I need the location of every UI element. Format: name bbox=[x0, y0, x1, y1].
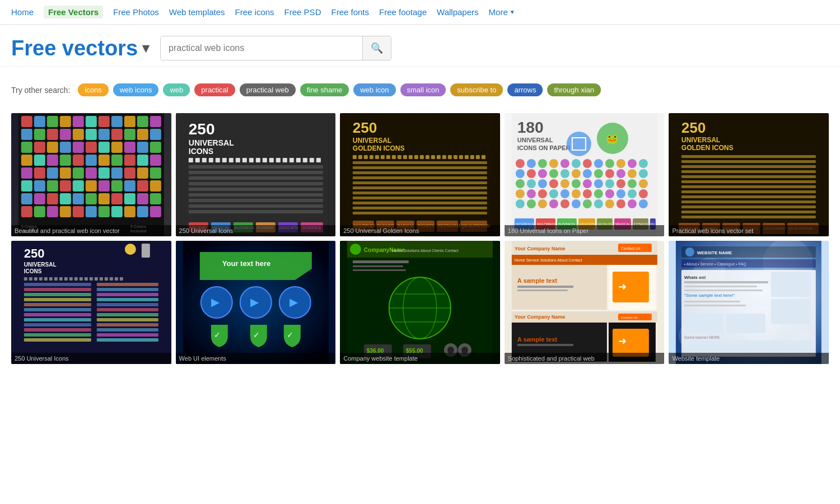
grid-item-4[interactable]: 180 UNIVERSAL ICONS ON PAPER 🐸 bbox=[505, 113, 665, 236]
grid-item-2[interactable]: 250 UNIVERSAL ICONS bbox=[176, 113, 336, 236]
svg-rect-308 bbox=[24, 277, 27, 281]
svg-rect-349 bbox=[97, 328, 158, 332]
svg-rect-312 bbox=[44, 277, 48, 281]
svg-text:ICONS: ICONS bbox=[24, 268, 42, 274]
tag-practical-web[interactable]: practical web bbox=[240, 83, 296, 96]
grid-item-10[interactable]: WEBSITE NAME • About • Service • Catalog… bbox=[669, 241, 829, 364]
svg-point-203 bbox=[583, 159, 592, 168]
grid-item-6[interactable]: 250 UNIVERSAL ICONS bbox=[11, 241, 171, 364]
tag-icons[interactable]: icons bbox=[78, 83, 108, 96]
svg-rect-62 bbox=[99, 180, 110, 192]
svg-rect-8 bbox=[111, 116, 123, 127]
tag-subscribe-to[interactable]: subscribe to bbox=[450, 83, 503, 96]
svg-rect-85 bbox=[111, 206, 123, 217]
grid-item-3[interactable]: 250 UNIVERSAL GOLDEN ICONS bbox=[340, 113, 500, 236]
svg-rect-334 bbox=[24, 313, 91, 316]
svg-rect-430 bbox=[726, 314, 766, 333]
svg-point-212 bbox=[549, 169, 558, 178]
svg-rect-375 bbox=[353, 269, 406, 271]
tag-arrows[interactable]: arrows bbox=[507, 83, 543, 96]
grid-item-5[interactable]: 250 UNIVERSAL GOLDEN ICONS bbox=[669, 113, 829, 236]
svg-rect-172 bbox=[353, 192, 487, 194]
svg-rect-44 bbox=[150, 155, 161, 166]
svg-rect-174 bbox=[353, 202, 487, 204]
tag-practical[interactable]: practical bbox=[194, 83, 235, 96]
svg-rect-336 bbox=[24, 323, 91, 326]
svg-rect-168 bbox=[353, 171, 487, 174]
svg-rect-7 bbox=[99, 116, 110, 127]
svg-rect-314 bbox=[54, 277, 58, 281]
suggestions-label: Try other search: bbox=[11, 86, 70, 95]
svg-rect-340 bbox=[97, 283, 158, 286]
svg-rect-351 bbox=[97, 338, 158, 342]
svg-rect-150 bbox=[398, 155, 402, 159]
title-dropdown-arrow[interactable]: ▾ bbox=[142, 40, 149, 56]
svg-rect-86 bbox=[124, 206, 136, 217]
tag-web[interactable]: web bbox=[163, 83, 190, 96]
nav-free-icons[interactable]: Free icons bbox=[235, 7, 274, 17]
grid-item-1[interactable]: 5 Colors Included 5 Colors Included Beau… bbox=[11, 113, 171, 236]
svg-point-220 bbox=[639, 169, 648, 178]
svg-point-204 bbox=[594, 159, 603, 168]
svg-rect-319 bbox=[80, 277, 83, 281]
grid-item-7[interactable]: Your text here ▶ ▶ ▶ ✓ ✓ ✓ Web UI elemen… bbox=[176, 241, 336, 364]
suggestions-section: Try other search: icons web icons web pr… bbox=[0, 67, 840, 102]
svg-rect-19 bbox=[111, 129, 123, 140]
svg-rect-279 bbox=[682, 165, 816, 168]
svg-rect-342 bbox=[97, 293, 158, 296]
svg-rect-20 bbox=[124, 129, 136, 140]
svg-rect-122 bbox=[188, 193, 323, 197]
search-input[interactable] bbox=[161, 36, 362, 60]
svg-point-222 bbox=[527, 179, 536, 188]
svg-rect-331 bbox=[24, 298, 91, 301]
svg-rect-148 bbox=[386, 155, 390, 159]
svg-rect-162 bbox=[465, 155, 469, 159]
svg-rect-68 bbox=[34, 193, 45, 204]
svg-rect-34 bbox=[21, 155, 32, 166]
tag-through-xian[interactable]: through xian bbox=[547, 83, 601, 96]
svg-rect-107 bbox=[255, 158, 260, 162]
svg-rect-425 bbox=[684, 301, 740, 302]
tag-small-icon[interactable]: small icon bbox=[400, 83, 446, 96]
nav-wallpapers[interactable]: Wallpapers bbox=[437, 7, 478, 17]
tag-web-icons[interactable]: web icons bbox=[113, 83, 159, 96]
nav-free-photos[interactable]: Free Photos bbox=[113, 7, 159, 17]
svg-rect-317 bbox=[69, 277, 73, 281]
svg-text:250: 250 bbox=[24, 246, 45, 260]
svg-rect-72 bbox=[86, 193, 97, 204]
svg-rect-167 bbox=[353, 166, 487, 169]
nav-free-vectors[interactable]: Free Vectors bbox=[44, 6, 103, 18]
svg-rect-39 bbox=[86, 155, 97, 166]
nav-free-fonts[interactable]: Free fonts bbox=[331, 7, 369, 17]
svg-rect-311 bbox=[39, 277, 43, 281]
svg-rect-324 bbox=[105, 277, 108, 281]
tag-web-icon[interactable]: web icon bbox=[353, 83, 395, 96]
svg-point-202 bbox=[572, 159, 581, 168]
grid-item-8[interactable]: CompanyName Home Solutions About Clients… bbox=[340, 241, 500, 364]
svg-text:WEBSITE NAME: WEBSITE NAME bbox=[697, 250, 732, 255]
nav-home[interactable]: Home bbox=[11, 7, 34, 17]
svg-point-230 bbox=[617, 179, 626, 188]
svg-rect-175 bbox=[353, 207, 487, 209]
svg-text:UNIVERSAL: UNIVERSAL bbox=[682, 136, 720, 144]
svg-rect-13 bbox=[34, 129, 45, 140]
svg-rect-2 bbox=[34, 116, 45, 127]
svg-rect-426 bbox=[684, 305, 746, 306]
grid-item-9[interactable]: Your Company Name Contact Us Home Servic… bbox=[505, 241, 665, 364]
svg-rect-155 bbox=[426, 155, 430, 159]
svg-point-250 bbox=[572, 199, 581, 208]
svg-text:Your text here: Your text here bbox=[222, 259, 270, 268]
nav-free-psd[interactable]: Free PSD bbox=[284, 7, 321, 17]
top-navigation: Home Free Vectors Free Photos Web templa… bbox=[0, 0, 840, 25]
svg-rect-146 bbox=[375, 155, 379, 159]
svg-text:Home  Solutions  About  Client: Home Solutions About Clients Contact bbox=[392, 249, 459, 253]
nav-web-templates[interactable]: Web templates bbox=[169, 7, 225, 17]
nav-more-button[interactable]: More ▼ bbox=[489, 7, 515, 17]
search-bar: 🔍 bbox=[160, 36, 391, 60]
search-button[interactable]: 🔍 bbox=[362, 36, 391, 60]
tag-fine-shame[interactable]: fine shame bbox=[300, 83, 349, 96]
svg-rect-145 bbox=[370, 155, 374, 159]
svg-rect-124 bbox=[188, 204, 323, 208]
nav-free-footage[interactable]: Free footage bbox=[379, 7, 427, 17]
svg-rect-77 bbox=[150, 193, 161, 204]
